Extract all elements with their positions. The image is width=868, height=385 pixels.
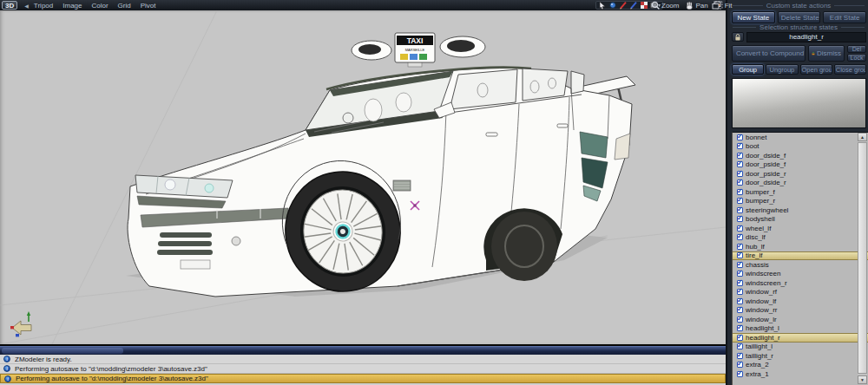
scroll-up-arrow-icon[interactable]: ▲ — [858, 133, 867, 141]
part-visibility-checkbox[interactable] — [737, 234, 743, 240]
taxi-car-model[interactable]: TAXI MARSEILLE — [0, 10, 726, 344]
zoom-tool-button[interactable]: Zoom — [649, 1, 681, 10]
part-row[interactable]: extra_2 — [733, 361, 868, 370]
back-arrow-icon[interactable]: ◀ — [24, 3, 29, 9]
menu-item[interactable]: Image — [62, 2, 82, 10]
part-visibility-checkbox[interactable] — [737, 316, 743, 323]
part-row[interactable]: headlight_r — [733, 333, 868, 343]
part-visibility-checkbox[interactable] — [737, 298, 743, 304]
part-row[interactable]: chassis — [733, 260, 868, 270]
part-visibility-checkbox[interactable] — [737, 153, 743, 159]
part-visibility-checkbox[interactable] — [737, 207, 743, 213]
part-row[interactable]: wheel_lf — [733, 224, 868, 233]
part-visibility-checkbox[interactable] — [737, 325, 743, 331]
group-button[interactable]: Group — [732, 64, 764, 75]
status-log: i ZModeler is ready. i Performing autosa… — [0, 355, 726, 385]
view-mode-label[interactable]: 3D — [2, 1, 17, 10]
part-label: extra_2 — [746, 361, 769, 369]
lock-toggle-button[interactable] — [732, 32, 744, 42]
state-button[interactable]: Edit State — [823, 11, 866, 23]
state-buttons: New StateDelete StateEdit State — [732, 11, 866, 23]
status-log-row[interactable]: i Performing autosave to "d:\modding\zmo… — [0, 374, 726, 383]
part-row[interactable]: door_dside_r — [733, 179, 868, 188]
parts-scrollbar[interactable]: ▲ ▼ — [858, 133, 867, 384]
group-button[interactable]: Close group — [834, 64, 866, 75]
part-visibility-checkbox[interactable] — [737, 289, 743, 295]
taxi-roof-sign[interactable]: TAXI MARSEILLE — [352, 33, 485, 67]
part-visibility-checkbox[interactable] — [737, 171, 743, 177]
part-visibility-checkbox[interactable] — [737, 362, 743, 368]
part-row[interactable]: window_rr — [733, 306, 868, 316]
cursor-icon[interactable] — [598, 1, 607, 10]
part-row[interactable]: bonnet — [733, 133, 868, 142]
menu-item[interactable]: Pivot — [141, 2, 156, 10]
part-visibility-checkbox[interactable] — [737, 343, 743, 349]
status-log-text: Performing autosave to "d:\modding\zmode… — [16, 375, 208, 382]
part-row[interactable]: taillight_r — [733, 351, 868, 361]
part-row[interactable]: window_lr — [733, 315, 868, 324]
menu-item[interactable]: Color — [91, 2, 108, 10]
part-row[interactable]: window_lf — [733, 297, 868, 306]
selected-object-field[interactable]: headlight_r — [746, 32, 866, 42]
brush-icon[interactable] — [608, 1, 617, 10]
menu-item[interactable]: Tripod — [34, 2, 53, 10]
group-button[interactable]: Ungroup — [766, 64, 798, 75]
part-row[interactable]: window_rf — [733, 288, 868, 297]
lock-button[interactable]: Lock — [847, 54, 866, 62]
menu-item[interactable]: Grid — [118, 2, 131, 10]
part-row[interactable]: headlight_l — [733, 324, 868, 334]
group-button[interactable]: Open group — [800, 64, 832, 75]
scroll-thumb[interactable] — [858, 142, 867, 374]
part-visibility-checkbox[interactable] — [737, 252, 743, 258]
timeline-bar[interactable] — [0, 346, 726, 355]
3d-viewport[interactable]: TAXI MARSEILLE — [0, 10, 726, 344]
status-log-row[interactable]: i Performing autosave to "d:\modding\zmo… — [0, 364, 726, 374]
state-button[interactable]: Delete State — [778, 11, 821, 23]
part-visibility-checkbox[interactable] — [737, 225, 743, 232]
part-visibility-checkbox[interactable] — [737, 307, 743, 313]
part-visibility-checkbox[interactable] — [737, 189, 743, 195]
part-visibility-checkbox[interactable] — [737, 280, 743, 286]
part-row[interactable]: hub_lf — [733, 242, 868, 251]
red-pen-icon[interactable] — [619, 1, 628, 10]
part-row[interactable]: disc_lf — [733, 233, 868, 243]
material-checker-icon[interactable] — [640, 1, 648, 10]
part-row[interactable]: door_pside_f — [733, 160, 868, 170]
part-row[interactable]: bumper_r — [733, 197, 868, 206]
part-visibility-checkbox[interactable] — [737, 335, 743, 341]
blue-pen-icon[interactable] — [629, 1, 638, 10]
part-row[interactable]: door_pside_r — [733, 169, 868, 179]
convert-to-compound-button[interactable]: Convert to Compound — [732, 45, 806, 62]
dismiss-button[interactable]: Dismiss — [808, 45, 845, 62]
part-row[interactable]: windscreen — [733, 270, 868, 279]
part-row[interactable]: steeringwheel — [733, 206, 868, 215]
part-visibility-checkbox[interactable] — [737, 262, 743, 268]
part-visibility-checkbox[interactable] — [737, 179, 743, 186]
state-button[interactable]: New State — [732, 11, 775, 23]
part-visibility-checkbox[interactable] — [737, 216, 743, 222]
part-row[interactable]: door_dside_f — [733, 151, 868, 160]
part-row[interactable]: windscreen_r — [733, 278, 868, 288]
part-visibility-checkbox[interactable] — [737, 353, 743, 359]
part-row[interactable]: boot — [733, 142, 868, 152]
restore-window-icon[interactable] — [712, 1, 721, 10]
part-visibility-checkbox[interactable] — [737, 134, 743, 140]
status-log-row[interactable]: i ZModeler is ready. — [0, 355, 726, 364]
part-row[interactable]: bumper_f — [733, 187, 868, 197]
part-row[interactable]: tire_lf — [733, 251, 868, 261]
part-row[interactable]: bodyshell — [733, 215, 868, 225]
part-row[interactable]: extra_1 — [733, 369, 868, 379]
scroll-down-arrow-icon[interactable]: ▼ — [858, 375, 867, 384]
part-visibility-checkbox[interactable] — [737, 371, 743, 377]
part-visibility-checkbox[interactable] — [737, 271, 743, 277]
part-visibility-checkbox[interactable] — [737, 198, 743, 204]
part-label: bumper_f — [746, 188, 775, 196]
part-visibility-checkbox[interactable] — [737, 143, 743, 149]
part-visibility-checkbox[interactable] — [737, 161, 743, 167]
pan-tool-button[interactable]: Pan — [683, 1, 709, 10]
part-label: taillight_r — [746, 352, 773, 360]
part-label: window_rr — [746, 306, 777, 314]
part-visibility-checkbox[interactable] — [737, 244, 743, 250]
part-row[interactable]: taillight_l — [733, 343, 868, 352]
del-button[interactable]: Del — [847, 45, 866, 53]
